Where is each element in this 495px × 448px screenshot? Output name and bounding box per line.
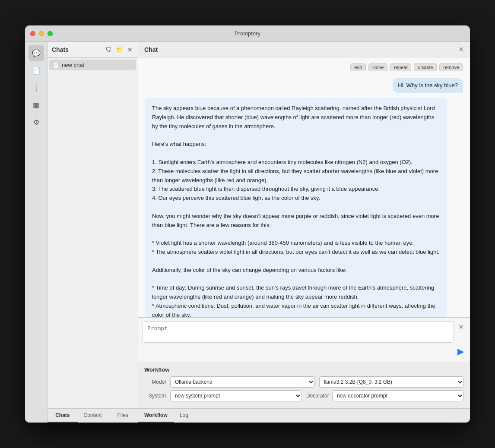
- prompt-row: ✕: [143, 321, 466, 343]
- model-label: Model: [144, 379, 166, 385]
- main-tab-workflow[interactable]: Workflow: [138, 409, 174, 423]
- workflow-area: Workflow Model Ollama backend llama3.2 3…: [138, 362, 470, 408]
- new-chat-button[interactable]: 🗨: [105, 45, 112, 54]
- sidebar-chat-icon[interactable]: 💬: [29, 45, 44, 61]
- main-area: Chat ✕ edit clone repeat disable remove …: [138, 42, 470, 423]
- model-version-select[interactable]: llama3.2 3.2B (Q8_0, 3.2 GB): [319, 376, 464, 388]
- close-chats-button[interactable]: ✕: [127, 45, 133, 54]
- system-label: System: [144, 393, 166, 399]
- main-tab-log[interactable]: Log: [174, 409, 194, 423]
- sidebar-tab-chats[interactable]: Chats: [48, 409, 78, 423]
- fullscreen-window-button[interactable]: [48, 31, 53, 36]
- ai-response-bullet1: * Violet light has a shorter wavelength …: [152, 239, 440, 248]
- chat-panel-title: Chat: [144, 46, 455, 53]
- window-title: Promptery: [235, 30, 260, 37]
- clone-button[interactable]: clone: [368, 63, 387, 71]
- system-prompt-select[interactable]: new system prompt: [170, 390, 302, 401]
- workflow-system-row: System new system prompt Decorator new d…: [144, 390, 464, 401]
- ai-response-text: The sky appears blue because of a phenom…: [152, 104, 440, 131]
- chat-list-item[interactable]: 📄 new chat: [49, 60, 136, 70]
- ai-message-bubble: The sky appears blue because of a phenom…: [145, 98, 447, 317]
- ai-response-point1: 1. Sunlight enters Earth's atmosphere an…: [152, 158, 440, 167]
- workflow-model-row: Model Ollama backend llama3.2 3.2B (Q8_0…: [144, 376, 464, 388]
- chat-item-label: new chat: [62, 62, 84, 68]
- ai-response-point2: 2. These molecules scatter the light in …: [152, 167, 440, 185]
- remove-button[interactable]: remove: [439, 63, 463, 71]
- workflow-title: Workflow: [144, 366, 464, 373]
- ai-response-time: * Time of day: During sunrise and sunset…: [152, 284, 440, 302]
- disable-button[interactable]: disable: [414, 63, 437, 71]
- prompt-clear-button[interactable]: ✕: [457, 321, 466, 333]
- icon-sidebar: 💬 📄 ⋮ ▦ ⚙: [25, 42, 48, 423]
- close-chat-button[interactable]: ✕: [458, 45, 464, 54]
- chats-title: Chats: [52, 46, 102, 53]
- close-window-button[interactable]: [30, 31, 35, 36]
- ai-response-point4: 4. Our eyes perceive this scattered blue…: [152, 194, 440, 203]
- ai-response-point3: 3. The scattered blue light is then disp…: [152, 185, 440, 194]
- decorator-label: Decorator: [306, 393, 328, 399]
- ai-response-intro: Here's what happens:: [152, 140, 440, 149]
- title-bar: Promptery: [25, 25, 470, 42]
- main-bottom-tabs: Workflow Log: [138, 408, 470, 423]
- ai-response-additionally: Additionally, the color of the sky can c…: [152, 266, 440, 275]
- sidebar-tab-content[interactable]: Content: [78, 409, 108, 423]
- app-body: 💬 📄 ⋮ ▦ ⚙ Chats 🗨 📁 ✕ 📄 new chat Chats: [25, 42, 470, 423]
- chat-header: Chat ✕: [138, 42, 470, 57]
- prompt-area: ✕ ▶: [138, 317, 470, 362]
- model-backend-select[interactable]: Ollama backend: [170, 376, 315, 388]
- sidebar-table-icon[interactable]: ▦: [29, 97, 44, 113]
- minimize-window-button[interactable]: [39, 31, 44, 36]
- traffic-lights: [30, 31, 53, 36]
- sidebar-document-icon[interactable]: 📄: [29, 63, 44, 78]
- message-actions: edit clone repeat disable remove: [145, 63, 463, 71]
- edit-button[interactable]: edit: [350, 63, 366, 71]
- prompt-send-button[interactable]: ▶: [456, 344, 466, 358]
- sidebar-tree-icon[interactable]: ⋮: [29, 80, 44, 95]
- ai-response-atmo: * Atmospheric conditions: Dust, pollutio…: [152, 302, 440, 317]
- chats-list: 📄 new chat: [48, 58, 138, 408]
- chats-sidebar: Chats 🗨 📁 ✕ 📄 new chat Chats Content Fil…: [48, 42, 138, 423]
- sidebar-bottom-tabs: Chats Content Files: [48, 408, 138, 423]
- decorator-select[interactable]: new decorator prompt: [332, 390, 464, 401]
- messages-area[interactable]: edit clone repeat disable remove Hi. Why…: [138, 57, 470, 317]
- chats-header: Chats 🗨 📁 ✕: [48, 42, 138, 58]
- folder-button[interactable]: 📁: [115, 45, 124, 54]
- ai-response-wonder: Now, you might wonder why the sky doesn'…: [152, 212, 440, 230]
- ai-response-bullet2: * The atmosphere scatters violet light i…: [152, 248, 440, 257]
- app-window: Promptery 💬 📄 ⋮ ▦ ⚙ Chats 🗨 📁 ✕ 📄 new ch…: [25, 25, 470, 423]
- sidebar-sliders-icon[interactable]: ⚙: [29, 114, 44, 130]
- prompt-send-row: ▶: [143, 344, 466, 358]
- prompt-input[interactable]: [143, 321, 454, 343]
- chat-file-icon: 📄: [53, 62, 59, 68]
- repeat-button[interactable]: repeat: [390, 63, 411, 71]
- sidebar-tab-files[interactable]: Files: [108, 409, 138, 423]
- user-message-container: Hi. Why is the sky blue?: [145, 78, 463, 93]
- user-message-bubble: Hi. Why is the sky blue?: [393, 78, 463, 93]
